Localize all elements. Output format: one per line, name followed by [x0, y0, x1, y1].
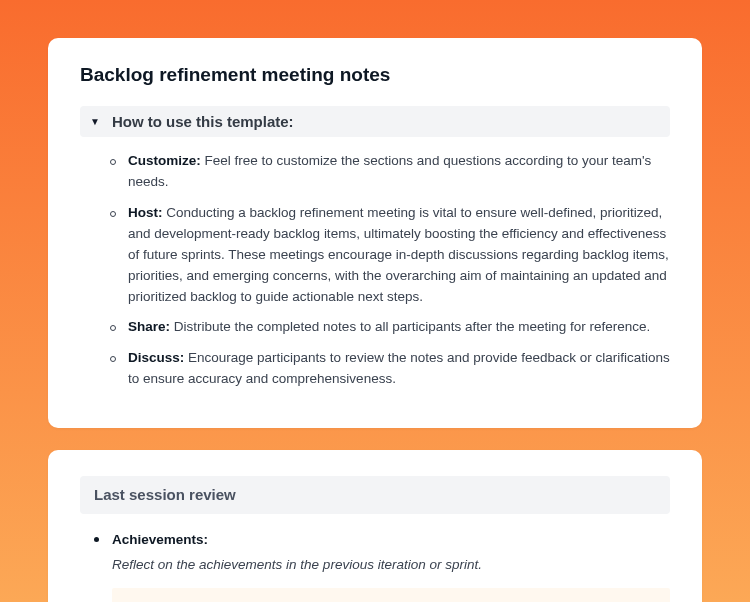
item-label: Share:: [128, 319, 170, 334]
item-text: Encourage participants to review the not…: [128, 350, 670, 386]
item-label: Discuss:: [128, 350, 184, 365]
last-session-header: Last session review: [80, 476, 670, 514]
list-item: Customize: Feel free to customize the se…: [110, 151, 670, 193]
last-session-heading: Last session review: [94, 486, 236, 503]
list-item: Achievements: Reflect on the achievement…: [94, 530, 670, 602]
achievements-prompt: Reflect on the achievements in the previ…: [112, 555, 670, 576]
item-label: Host:: [128, 205, 163, 220]
page-title: Backlog refinement meeting notes: [80, 64, 670, 86]
list-item: Discuss: Encourage participants to revie…: [110, 348, 670, 390]
achievements-input[interactable]: [112, 588, 670, 602]
chevron-down-icon: ▼: [90, 117, 100, 127]
list-item: Host: Conducting a backlog refinement me…: [110, 203, 670, 308]
item-label: Customize:: [128, 153, 201, 168]
item-text: Distribute the completed notes to all pa…: [170, 319, 650, 334]
how-to-toggle[interactable]: ▼ How to use this template:: [80, 106, 670, 137]
how-to-heading: How to use this template:: [112, 113, 294, 130]
how-to-list: Customize: Feel free to customize the se…: [80, 151, 670, 390]
list-item: Share: Distribute the completed notes to…: [110, 317, 670, 338]
item-text: Conducting a backlog refinement meeting …: [128, 205, 669, 304]
achievements-label: Achievements:: [112, 530, 670, 551]
item-text: Feel free to customize the sections and …: [128, 153, 651, 189]
template-card-review: Last session review Achievements: Reflec…: [48, 450, 702, 602]
review-list: Achievements: Reflect on the achievement…: [80, 530, 670, 602]
template-card-main: Backlog refinement meeting notes ▼ How t…: [48, 38, 702, 428]
